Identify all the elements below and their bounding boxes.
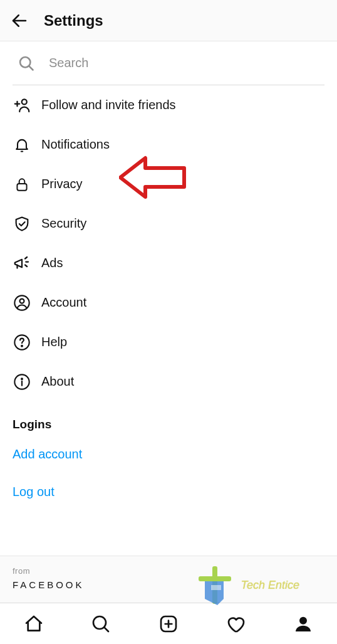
menu-label: Help	[41, 335, 67, 349]
svg-line-11	[25, 265, 27, 267]
header-bar: Settings	[0, 0, 337, 41]
bottom-tab-bar	[0, 603, 337, 644]
menu-account[interactable]: Account	[13, 283, 324, 322]
menu-about[interactable]: About	[13, 362, 324, 401]
back-arrow-icon	[10, 11, 29, 30]
shield-icon	[13, 214, 31, 233]
menu-privacy[interactable]: Privacy	[13, 164, 324, 204]
svg-point-13	[20, 298, 24, 303]
link-label: Log out	[13, 485, 54, 499]
menu-notifications[interactable]: Notifications	[13, 125, 324, 164]
back-button[interactable]	[9, 10, 30, 31]
bell-icon	[13, 135, 31, 154]
menu-label: Account	[41, 295, 86, 310]
company-text: FACEBOOK	[13, 579, 324, 590]
svg-line-9	[25, 257, 27, 259]
svg-point-15	[21, 345, 23, 346]
menu-label: About	[41, 374, 74, 389]
svg-line-23	[105, 627, 109, 631]
svg-marker-8	[120, 158, 184, 197]
svg-point-27	[299, 616, 307, 624]
menu-label: Follow and invite friends	[41, 98, 176, 112]
tab-search[interactable]	[88, 611, 113, 636]
tab-profile[interactable]	[291, 611, 316, 636]
menu-follow-invite[interactable]: Follow and invite friends	[13, 85, 324, 125]
svg-point-3	[22, 99, 27, 104]
svg-rect-7	[17, 183, 26, 190]
menu-help[interactable]: Help	[13, 322, 324, 362]
help-icon	[13, 333, 31, 352]
content-area: Follow and invite friends Notifications …	[0, 41, 337, 556]
tab-activity[interactable]	[224, 611, 249, 636]
svg-line-2	[29, 66, 33, 70]
heart-icon	[226, 614, 246, 634]
home-icon	[24, 614, 44, 634]
menu-label: Ads	[41, 256, 63, 270]
footer-from: from FACEBOOK Tech Entice	[0, 556, 337, 603]
info-icon	[13, 372, 31, 391]
svg-point-17	[21, 378, 23, 379]
menu-label: Privacy	[41, 177, 83, 191]
menu-label: Security	[41, 216, 86, 231]
page-title: Settings	[44, 12, 103, 29]
search-icon	[18, 55, 35, 72]
log-out-link[interactable]: Log out	[13, 473, 324, 510]
megaphone-icon	[13, 254, 31, 273]
lock-icon	[13, 175, 31, 194]
link-label: Add account	[13, 447, 82, 462]
add-account-link[interactable]: Add account	[13, 435, 324, 473]
search-input[interactable]	[49, 56, 324, 70]
profile-icon	[293, 614, 313, 634]
tab-new-post[interactable]	[156, 611, 181, 636]
add-person-icon	[13, 96, 31, 115]
from-text: from	[13, 566, 324, 576]
search-icon	[91, 614, 111, 634]
menu-ads[interactable]: Ads	[13, 243, 324, 283]
plus-square-icon	[158, 614, 179, 634]
tab-home[interactable]	[21, 611, 46, 636]
search-row[interactable]	[13, 41, 324, 85]
logins-heading: Logins	[13, 418, 324, 431]
account-icon	[13, 293, 31, 312]
menu-label: Notifications	[41, 137, 110, 152]
menu-security[interactable]: Security	[13, 204, 324, 243]
